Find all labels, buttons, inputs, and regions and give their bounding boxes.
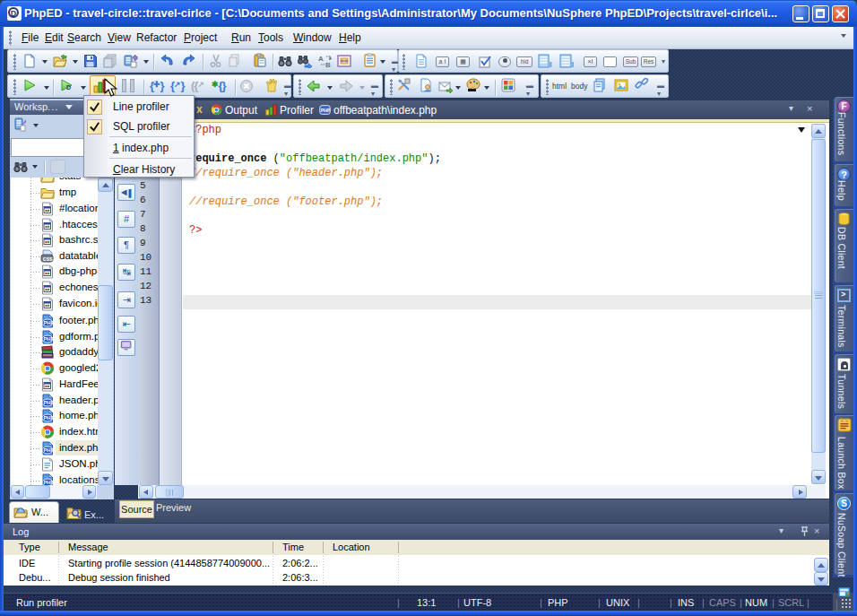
svg-text:PHP: PHP <box>321 108 331 113</box>
svg-text:D: D <box>66 84 71 91</box>
svg-text:B: B <box>325 61 331 68</box>
svg-text:PHP: PHP <box>43 320 54 325</box>
svg-text:PHP: PHP <box>43 447 54 453</box>
svg-text:PHP: PHP <box>43 415 54 421</box>
svg-text:PHP: PHP <box>43 336 54 342</box>
svg-text:PHP: PHP <box>43 400 54 405</box>
svg-text:A: A <box>318 55 324 63</box>
svg-text:css: css <box>43 256 53 262</box>
